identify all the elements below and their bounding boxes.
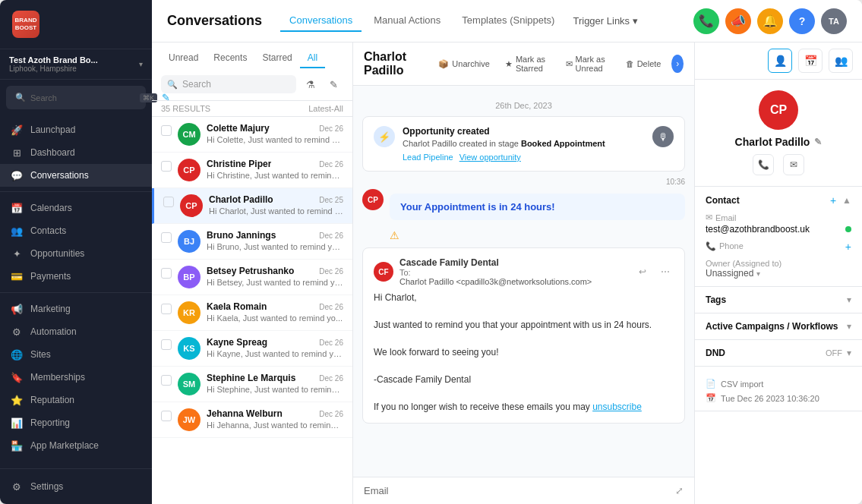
conv-checkbox[interactable]	[161, 125, 172, 136]
list-item[interactable]: JW Jehanna Welburn Dec 26 Hi Jehanna, Ju…	[152, 402, 352, 438]
sidebar-item-conversations[interactable]: 💬 Conversations	[0, 164, 152, 187]
megaphone-icon-btn[interactable]: 📣	[725, 8, 751, 34]
avatar: CM	[178, 123, 201, 146]
tab-unread[interactable]: Unread	[161, 49, 206, 68]
sidebar-item-reputation[interactable]: ⭐ Reputation	[0, 389, 152, 411]
conv-search[interactable]: 🔍	[161, 75, 296, 93]
edit-contact-icon[interactable]: ✎	[814, 137, 822, 147]
contacts-icon: 👥	[11, 225, 23, 237]
sidebar-item-memberships[interactable]: 🔖 Memberships	[0, 366, 152, 389]
workspace-selector[interactable]: Test Azoth Brand Bo... Liphook, Hampshir…	[0, 49, 152, 80]
unsubscribe-link[interactable]: unsubscribe	[592, 402, 642, 412]
reply-icon[interactable]: ↩	[634, 263, 651, 280]
sidebar-item-app-marketplace[interactable]: 🏪 App Marketplace	[0, 434, 152, 457]
nav-divider-2	[0, 292, 152, 293]
user-avatar-btn[interactable]: TA	[821, 8, 847, 34]
view-opportunity-btn[interactable]: View opportunity	[459, 153, 521, 162]
conv-checkbox[interactable]	[161, 232, 172, 243]
add-phone-btn[interactable]: +	[845, 241, 851, 253]
campaigns-section-header[interactable]: Active Campaigns / Workflows ▾	[706, 321, 851, 332]
list-item[interactable]: SM Stephine Le Marquis Dec 26 Hi Stephin…	[152, 367, 352, 402]
contact-section-toggle-icon[interactable]: ▲	[842, 195, 851, 206]
list-item[interactable]: CM Colette Majury Dec 26 Hi Colette, Jus…	[152, 117, 352, 153]
list-item[interactable]: BJ Bruno Jannings Dec 26 Hi Bruno, Just …	[152, 224, 352, 260]
sidebar-item-opportunities[interactable]: ✦ Opportunities	[0, 242, 152, 265]
conv-preview: Hi Charlot, Just wanted to remind yo...	[209, 206, 343, 216]
conv-name: Christine Piper	[207, 159, 271, 169]
conv-name: Charlot Padillo	[209, 194, 273, 205]
mark-unread-btn[interactable]: ✉ Mark as Unread	[561, 52, 615, 75]
sidebar-item-contacts[interactable]: 👥 Contacts	[0, 219, 152, 242]
delete-btn[interactable]: 🗑 Delete	[621, 57, 666, 71]
conv-checkbox[interactable]	[161, 375, 172, 386]
list-item[interactable]: CP Charlot Padillo Dec 25 Hi Charlot, Ju…	[152, 188, 352, 224]
bell-icon-btn[interactable]: 🔔	[757, 8, 783, 34]
contact-profile-icon-btn[interactable]: 👤	[768, 49, 792, 73]
tab-conversations[interactable]: Conversations	[280, 10, 362, 32]
tags-section-title: Tags	[706, 295, 726, 305]
conv-checkbox[interactable]	[163, 197, 174, 207]
dnd-status: OFF	[826, 348, 842, 358]
tab-all[interactable]: All	[300, 49, 325, 68]
sidebar-logo: BRANDBOOST	[0, 0, 152, 49]
sidebar-item-reporting[interactable]: 📊 Reporting	[0, 411, 152, 434]
search-input[interactable]	[30, 93, 135, 102]
more-options-icon[interactable]: ⋯	[657, 263, 674, 280]
mark-starred-btn[interactable]: ★ Mark as Starred	[500, 52, 555, 75]
conv-checkbox[interactable]	[161, 268, 172, 279]
nav-divider	[0, 191, 152, 192]
conv-checkbox[interactable]	[161, 411, 172, 421]
calendar-icon-btn[interactable]: 📅	[798, 49, 823, 73]
unarchive-btn[interactable]: 📦 Unarchive	[434, 57, 494, 71]
list-item[interactable]: KS Kayne Spreag Dec 26 Hi Kayne, Just wa…	[152, 331, 352, 367]
sidebar-item-sites[interactable]: 🌐 Sites	[0, 343, 152, 366]
campaigns-section-toggle-icon[interactable]: ▾	[847, 321, 851, 332]
tags-section-header[interactable]: Tags ▾	[706, 295, 851, 305]
list-item[interactable]: KR Kaela Romain Dec 26 Hi Kaela, Just wa…	[152, 295, 352, 331]
tab-templates[interactable]: Templates (Snippets)	[453, 10, 564, 32]
conv-checkbox[interactable]	[161, 339, 172, 350]
next-conv-btn[interactable]: ›	[671, 55, 684, 73]
appt-title: Your Appointment is in 24 hours!	[400, 201, 674, 213]
sidebar-item-settings[interactable]: ⚙ Settings	[0, 475, 152, 498]
sidebar-item-marketing[interactable]: 📢 Marketing	[0, 298, 152, 320]
conv-preview: Hi Colette, Just wanted to remind yo...	[207, 135, 343, 144]
sidebar-item-launchpad[interactable]: 🚀 Launchpad	[0, 118, 152, 141]
help-icon-btn[interactable]: ?	[789, 8, 815, 34]
calendars-icon: 📅	[11, 202, 23, 214]
sidebar-item-dashboard[interactable]: ⊞ Dashboard	[0, 141, 152, 164]
tags-section-toggle-icon[interactable]: ▾	[847, 295, 851, 305]
sidebar-item-calendars[interactable]: 📅 Calendars	[0, 197, 152, 219]
filter-icon-btn[interactable]: ⚗	[301, 74, 320, 94]
email-contact-btn[interactable]: ✉	[783, 154, 804, 175]
tab-recents[interactable]: Recents	[206, 49, 254, 68]
owner-label: Owner (Assigned to)	[706, 259, 781, 268]
phone-icon-btn[interactable]: 📞	[693, 8, 719, 34]
conv-checkbox[interactable]	[161, 304, 172, 314]
conv-search-input[interactable]	[182, 79, 290, 90]
tab-manual-actions[interactable]: Manual Actions	[365, 10, 450, 32]
expand-icon[interactable]: ⤢	[675, 485, 684, 496]
list-item[interactable]: CP Christine Piper Dec 26 Hi Christine, …	[152, 153, 352, 188]
sidebar-item-payments[interactable]: 💳 Payments	[0, 265, 152, 288]
list-item[interactable]: BP Betsey Petrushanko Dec 26 Hi Betsey, …	[152, 260, 352, 295]
contact-section-header[interactable]: Contact + ▲	[706, 194, 851, 206]
header-right: 📞 📣 🔔 ? TA	[693, 8, 847, 34]
sidebar-item-automation[interactable]: ⚙ Automation	[0, 320, 152, 343]
compose-icon-btn[interactable]: ✎	[324, 74, 343, 94]
sidebar-search[interactable]: 🔍 ⌘K ✎	[6, 86, 146, 109]
email-body: Hi Charlot, Just wanted to remind you th…	[374, 291, 674, 414]
conv-list-items: CM Colette Majury Dec 26 Hi Colette, Jus…	[152, 117, 352, 504]
tab-trigger-links[interactable]: Trigger Links ▾	[567, 12, 643, 30]
team-icon-btn[interactable]: 👥	[829, 49, 853, 73]
dnd-toggle-icon[interactable]: ▾	[847, 348, 851, 358]
phone-contact-btn[interactable]: 📞	[753, 154, 774, 175]
trash-icon: 🗑	[626, 59, 634, 68]
tab-starred[interactable]: Starred	[254, 49, 299, 68]
sort-option[interactable]: Latest-All	[308, 104, 343, 113]
owner-dropdown[interactable]: Unassigned ▾	[706, 268, 781, 279]
opportunity-icon: ⚡	[374, 126, 395, 147]
conv-checkbox[interactable]	[161, 161, 172, 172]
add-contact-field-btn[interactable]: +	[830, 194, 836, 206]
memberships-icon: 🔖	[11, 371, 23, 383]
